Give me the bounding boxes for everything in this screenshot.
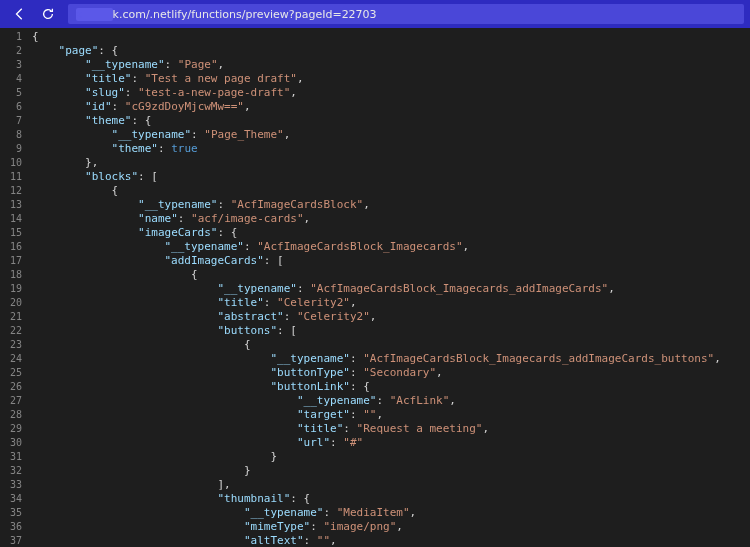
line-number: 24 (10, 352, 22, 366)
line-number: 26 (10, 380, 22, 394)
code-line: "title": "Request a meeting", (32, 422, 750, 436)
line-number: 3 (10, 58, 22, 72)
line-number: 8 (10, 128, 22, 142)
line-number: 10 (10, 156, 22, 170)
url-text: k.com/.netlify/functions/preview?pageId=… (113, 8, 377, 21)
line-number: 15 (10, 226, 22, 240)
code-line: "blocks": [ (32, 170, 750, 184)
line-number: 16 (10, 240, 22, 254)
line-number: 30 (10, 436, 22, 450)
line-number: 1 (10, 30, 22, 44)
address-bar[interactable]: xk.com/.netlify/functions/preview?pageId… (68, 4, 744, 24)
code-content[interactable]: { "page": { "__typename": "Page", "title… (28, 28, 750, 547)
line-number: 33 (10, 478, 22, 492)
code-line: { (32, 184, 750, 198)
line-number: 27 (10, 394, 22, 408)
line-number: 13 (10, 198, 22, 212)
line-number: 29 (10, 422, 22, 436)
code-line: "mimeType": "image/png", (32, 520, 750, 534)
line-number: 19 (10, 282, 22, 296)
code-line: "id": "cG9zdDoyMjcwMw==", (32, 100, 750, 114)
code-line: { (32, 30, 750, 44)
line-number: 31 (10, 450, 22, 464)
line-number: 20 (10, 296, 22, 310)
line-number: 35 (10, 506, 22, 520)
back-button[interactable] (6, 2, 34, 26)
code-line: "__typename": "MediaItem", (32, 506, 750, 520)
line-number: 6 (10, 100, 22, 114)
line-number: 2 (10, 44, 22, 58)
code-line: "abstract": "Celerity2", (32, 310, 750, 324)
code-line: "__typename": "AcfLink", (32, 394, 750, 408)
code-line: "thumbnail": { (32, 492, 750, 506)
line-number: 4 (10, 72, 22, 86)
code-line: "__typename": "AcfImageCardsBlock_Imagec… (32, 352, 750, 366)
code-line: "altText": "", (32, 534, 750, 547)
code-line: "title": "Test a new page draft", (32, 72, 750, 86)
refresh-icon (41, 7, 55, 21)
code-line: { (32, 338, 750, 352)
code-line: ], (32, 478, 750, 492)
line-number: 28 (10, 408, 22, 422)
line-number: 34 (10, 492, 22, 506)
browser-toolbar: xk.com/.netlify/functions/preview?pageId… (0, 0, 750, 28)
line-number: 7 (10, 114, 22, 128)
line-number: 23 (10, 338, 22, 352)
code-line: { (32, 268, 750, 282)
line-number: 18 (10, 268, 22, 282)
code-line: } (32, 450, 750, 464)
code-line: "theme": true (32, 142, 750, 156)
back-icon (13, 7, 27, 21)
code-line: "buttons": [ (32, 324, 750, 338)
code-line: "slug": "test-a-new-page-draft", (32, 86, 750, 100)
code-line: "__typename": "AcfImageCardsBlock_Imagec… (32, 240, 750, 254)
line-number: 11 (10, 170, 22, 184)
code-line: "url": "#" (32, 436, 750, 450)
line-number: 5 (10, 86, 22, 100)
line-number: 12 (10, 184, 22, 198)
code-line: "name": "acf/image-cards", (32, 212, 750, 226)
code-line: "buttonLink": { (32, 380, 750, 394)
code-line: "page": { (32, 44, 750, 58)
code-line: "__typename": "Page_Theme", (32, 128, 750, 142)
code-line: "addImageCards": [ (32, 254, 750, 268)
line-number: 37 (10, 534, 22, 547)
code-editor: 1234567891011121314151617181920212223242… (0, 28, 750, 547)
line-number: 17 (10, 254, 22, 268)
code-line: }, (32, 156, 750, 170)
url-obscured-prefix: x (76, 8, 113, 21)
code-line: "target": "", (32, 408, 750, 422)
code-line: "imageCards": { (32, 226, 750, 240)
code-line: "__typename": "AcfImageCardsBlock", (32, 198, 750, 212)
code-line: "theme": { (32, 114, 750, 128)
line-number: 36 (10, 520, 22, 534)
line-number: 25 (10, 366, 22, 380)
refresh-button[interactable] (34, 2, 62, 26)
code-line: "buttonType": "Secondary", (32, 366, 750, 380)
line-number-gutter: 1234567891011121314151617181920212223242… (0, 28, 28, 547)
line-number: 21 (10, 310, 22, 324)
code-line: } (32, 464, 750, 478)
line-number: 22 (10, 324, 22, 338)
line-number: 9 (10, 142, 22, 156)
code-line: "title": "Celerity2", (32, 296, 750, 310)
code-line: "__typename": "Page", (32, 58, 750, 72)
line-number: 32 (10, 464, 22, 478)
code-line: "__typename": "AcfImageCardsBlock_Imagec… (32, 282, 750, 296)
line-number: 14 (10, 212, 22, 226)
